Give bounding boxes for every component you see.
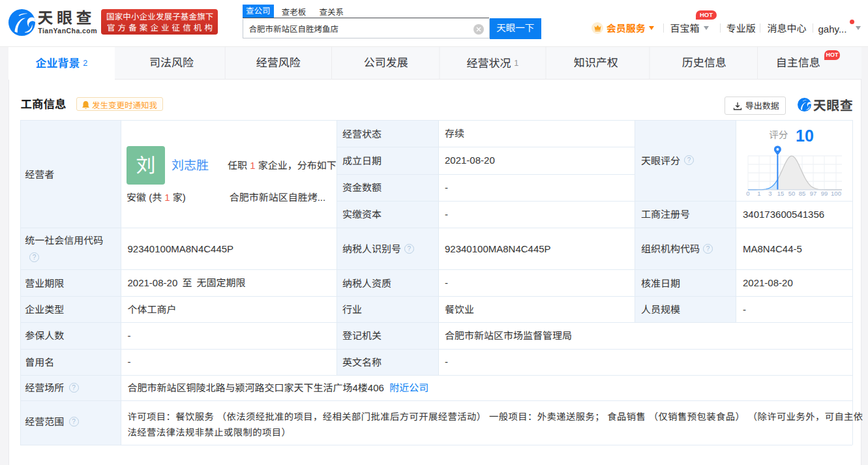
svg-text:1: 1 bbox=[757, 190, 760, 197]
svg-text:0: 0 bbox=[746, 190, 749, 197]
svg-text:15: 15 bbox=[777, 190, 785, 197]
svg-text:3: 3 bbox=[768, 190, 771, 197]
svg-text:99: 99 bbox=[821, 190, 828, 197]
svg-text:100: 100 bbox=[831, 190, 841, 197]
svg-text:97: 97 bbox=[810, 190, 817, 197]
svg-text:50: 50 bbox=[788, 190, 796, 197]
svg-text:85: 85 bbox=[799, 190, 806, 197]
